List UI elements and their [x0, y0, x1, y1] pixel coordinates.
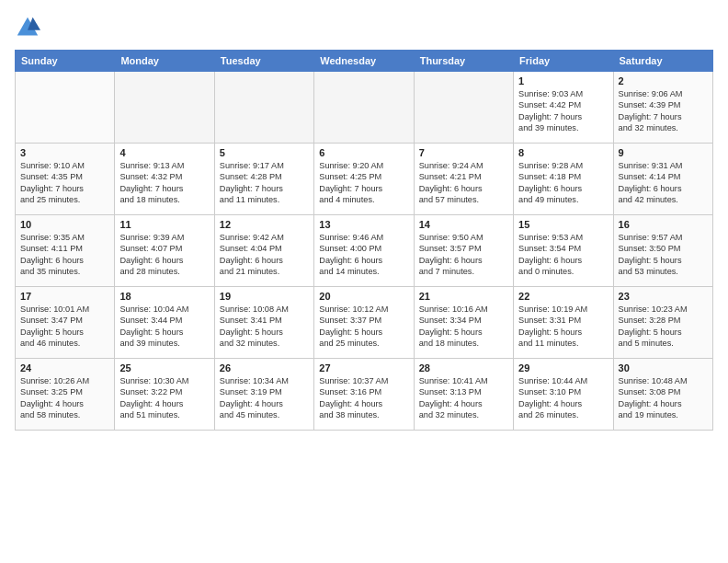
day-number: 10 [20, 219, 109, 230]
day-number: 1 [518, 75, 608, 86]
calendar-cell: 21Sunrise: 10:16 AM Sunset: 3:34 PM Dayl… [414, 287, 513, 359]
calendar-cell: 15Sunrise: 9:53 AM Sunset: 3:54 PM Dayli… [514, 215, 613, 287]
week-row-4: 17Sunrise: 10:01 AM Sunset: 3:47 PM Dayl… [16, 287, 713, 359]
calendar-cell: 8Sunrise: 9:28 AM Sunset: 4:18 PM Daylig… [514, 144, 613, 215]
day-info: Sunrise: 9:50 AM Sunset: 3:57 PM Dayligh… [419, 232, 508, 278]
day-info: Sunrise: 10:30 AM Sunset: 3:22 PM Daylig… [119, 375, 209, 421]
calendar-cell: 18Sunrise: 10:04 AM Sunset: 3:44 PM Dayl… [115, 287, 214, 359]
day-info: Sunrise: 9:03 AM Sunset: 4:42 PM Dayligh… [518, 88, 608, 134]
calendar-cell: 16Sunrise: 9:57 AM Sunset: 3:50 PM Dayli… [613, 215, 712, 287]
logo [15, 15, 44, 40]
day-info: Sunrise: 10:12 AM Sunset: 3:37 PM Daylig… [319, 304, 408, 350]
day-number: 26 [220, 362, 309, 373]
day-number: 11 [119, 219, 209, 230]
logo-icon [15, 15, 40, 40]
day-info: Sunrise: 10:19 AM Sunset: 3:31 PM Daylig… [518, 304, 608, 350]
calendar-cell: 19Sunrise: 10:08 AM Sunset: 3:41 PM Dayl… [214, 287, 313, 359]
day-info: Sunrise: 10:44 AM Sunset: 3:10 PM Daylig… [518, 375, 608, 421]
day-number: 3 [20, 147, 109, 158]
calendar-cell: 30Sunrise: 10:48 AM Sunset: 3:08 PM Dayl… [613, 359, 712, 431]
day-number: 9 [619, 147, 708, 158]
day-number: 25 [119, 362, 209, 373]
day-info: Sunrise: 10:04 AM Sunset: 3:44 PM Daylig… [119, 304, 209, 350]
calendar-cell [214, 72, 313, 144]
calendar-header-monday: Monday [115, 51, 214, 72]
day-info: Sunrise: 9:20 AM Sunset: 4:25 PM Dayligh… [319, 160, 408, 206]
day-number: 30 [619, 362, 708, 373]
day-number: 12 [220, 219, 309, 230]
calendar-cell: 10Sunrise: 9:35 AM Sunset: 4:11 PM Dayli… [16, 215, 115, 287]
calendar-cell: 28Sunrise: 10:41 AM Sunset: 3:13 PM Dayl… [414, 359, 513, 431]
day-number: 27 [319, 362, 408, 373]
day-info: Sunrise: 9:42 AM Sunset: 4:04 PM Dayligh… [220, 232, 309, 278]
calendar-cell: 22Sunrise: 10:19 AM Sunset: 3:31 PM Dayl… [514, 287, 613, 359]
day-info: Sunrise: 10:23 AM Sunset: 3:28 PM Daylig… [619, 304, 708, 350]
week-row-2: 3Sunrise: 9:10 AM Sunset: 4:35 PM Daylig… [16, 144, 713, 215]
calendar-cell: 5Sunrise: 9:17 AM Sunset: 4:28 PM Daylig… [214, 144, 313, 215]
day-number: 14 [419, 219, 508, 230]
calendar-cell: 12Sunrise: 9:42 AM Sunset: 4:04 PM Dayli… [214, 215, 313, 287]
calendar-cell: 2Sunrise: 9:06 AM Sunset: 4:39 PM Daylig… [613, 72, 712, 144]
calendar-header-saturday: Saturday [613, 51, 712, 72]
day-info: Sunrise: 9:10 AM Sunset: 4:35 PM Dayligh… [20, 160, 109, 206]
day-info: Sunrise: 9:57 AM Sunset: 3:50 PM Dayligh… [619, 232, 708, 278]
day-info: Sunrise: 9:46 AM Sunset: 4:00 PM Dayligh… [319, 232, 408, 278]
day-number: 18 [119, 291, 209, 302]
day-number: 6 [319, 147, 408, 158]
week-row-3: 10Sunrise: 9:35 AM Sunset: 4:11 PM Dayli… [16, 215, 713, 287]
day-number: 17 [20, 291, 109, 302]
day-number: 22 [518, 291, 608, 302]
day-number: 29 [518, 362, 608, 373]
day-info: Sunrise: 9:53 AM Sunset: 3:54 PM Dayligh… [518, 232, 608, 278]
day-number: 5 [220, 147, 309, 158]
header [15, 15, 713, 40]
calendar-cell: 29Sunrise: 10:44 AM Sunset: 3:10 PM Dayl… [514, 359, 613, 431]
day-info: Sunrise: 10:26 AM Sunset: 3:25 PM Daylig… [20, 375, 109, 421]
day-info: Sunrise: 10:16 AM Sunset: 3:34 PM Daylig… [419, 304, 508, 350]
calendar-cell: 3Sunrise: 9:10 AM Sunset: 4:35 PM Daylig… [16, 144, 115, 215]
calendar-cell: 24Sunrise: 10:26 AM Sunset: 3:25 PM Dayl… [16, 359, 115, 431]
calendar-cell: 17Sunrise: 10:01 AM Sunset: 3:47 PM Dayl… [16, 287, 115, 359]
day-info: Sunrise: 9:35 AM Sunset: 4:11 PM Dayligh… [20, 232, 109, 278]
calendar-cell: 13Sunrise: 9:46 AM Sunset: 4:00 PM Dayli… [314, 215, 414, 287]
day-number: 16 [619, 219, 708, 230]
day-info: Sunrise: 10:41 AM Sunset: 3:13 PM Daylig… [419, 375, 508, 421]
day-number: 15 [518, 219, 608, 230]
day-number: 24 [20, 362, 109, 373]
calendar-header-thursday: Thursday [414, 51, 513, 72]
calendar-cell: 9Sunrise: 9:31 AM Sunset: 4:14 PM Daylig… [613, 144, 712, 215]
day-info: Sunrise: 10:08 AM Sunset: 3:41 PM Daylig… [220, 304, 309, 350]
calendar-header-tuesday: Tuesday [214, 51, 313, 72]
day-number: 19 [220, 291, 309, 302]
calendar-cell: 23Sunrise: 10:23 AM Sunset: 3:28 PM Dayl… [613, 287, 712, 359]
calendar-header-friday: Friday [514, 51, 613, 72]
day-number: 20 [319, 291, 408, 302]
day-info: Sunrise: 9:06 AM Sunset: 4:39 PM Dayligh… [619, 88, 708, 134]
week-row-1: 1Sunrise: 9:03 AM Sunset: 4:42 PM Daylig… [16, 72, 713, 144]
day-info: Sunrise: 10:48 AM Sunset: 3:08 PM Daylig… [619, 375, 708, 421]
calendar-cell: 26Sunrise: 10:34 AM Sunset: 3:19 PM Dayl… [214, 359, 313, 431]
calendar-cell: 7Sunrise: 9:24 AM Sunset: 4:21 PM Daylig… [414, 144, 513, 215]
day-number: 8 [518, 147, 608, 158]
day-info: Sunrise: 9:31 AM Sunset: 4:14 PM Dayligh… [619, 160, 708, 206]
day-info: Sunrise: 9:39 AM Sunset: 4:07 PM Dayligh… [119, 232, 209, 278]
calendar-cell [16, 72, 115, 144]
day-number: 4 [119, 147, 209, 158]
day-number: 21 [419, 291, 508, 302]
day-info: Sunrise: 9:13 AM Sunset: 4:32 PM Dayligh… [119, 160, 209, 206]
calendar-cell: 25Sunrise: 10:30 AM Sunset: 3:22 PM Dayl… [115, 359, 214, 431]
calendar-cell: 4Sunrise: 9:13 AM Sunset: 4:32 PM Daylig… [115, 144, 214, 215]
calendar-cell: 27Sunrise: 10:37 AM Sunset: 3:16 PM Dayl… [314, 359, 414, 431]
day-info: Sunrise: 9:24 AM Sunset: 4:21 PM Dayligh… [419, 160, 508, 206]
calendar-cell [314, 72, 414, 144]
page: SundayMondayTuesdayWednesdayThursdayFrid… [0, 0, 728, 438]
day-info: Sunrise: 10:37 AM Sunset: 3:16 PM Daylig… [319, 375, 408, 421]
calendar-header-sunday: Sunday [16, 51, 115, 72]
calendar-header-row: SundayMondayTuesdayWednesdayThursdayFrid… [16, 51, 713, 72]
calendar-cell: 6Sunrise: 9:20 AM Sunset: 4:25 PM Daylig… [314, 144, 414, 215]
calendar-cell [414, 72, 513, 144]
day-info: Sunrise: 10:01 AM Sunset: 3:47 PM Daylig… [20, 304, 109, 350]
day-number: 13 [319, 219, 408, 230]
calendar-cell [115, 72, 214, 144]
day-info: Sunrise: 10:34 AM Sunset: 3:19 PM Daylig… [220, 375, 309, 421]
